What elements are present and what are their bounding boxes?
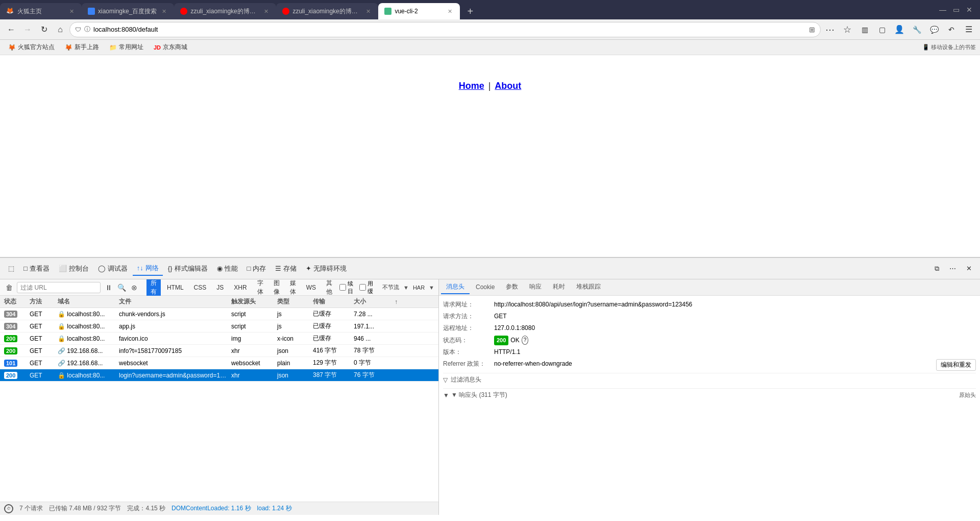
filter-xhr[interactable]: XHR (230, 283, 251, 292)
persist-log-input[interactable] (339, 284, 346, 291)
bookmark-button[interactable]: ☆ (840, 22, 854, 37)
mobile-bookmarks[interactable]: 📱 移动设备上的书签 (922, 43, 976, 51)
row3-type: x-icon (275, 335, 311, 342)
tab-firefox-home[interactable]: 🦊 火狐主页 ✕ (0, 3, 82, 19)
address-input[interactable] (93, 26, 806, 33)
bookmark-common-sites[interactable]: 📁 常用网址 (105, 42, 148, 53)
tab-blog-1[interactable]: zzuli_xiaomingke的博客_CS ✕ (174, 3, 276, 19)
reload-button[interactable]: ↻ (37, 22, 51, 37)
filter-media[interactable]: 媒体 (286, 279, 300, 297)
row1-status: 304 (2, 311, 28, 318)
devtools-debugger-tool[interactable]: ◯ 调试器 (94, 262, 132, 275)
network-row-3[interactable]: 200 GET 🔒 localhost:80... favicon.ico im… (0, 333, 438, 345)
tab-timing[interactable]: 耗时 (548, 280, 570, 294)
status-help-icon[interactable]: ? (522, 336, 529, 345)
pause-button[interactable]: ⏸ (104, 281, 113, 294)
filter-ws[interactable]: WS (302, 283, 320, 292)
status-badge-200-1: 200 (4, 335, 17, 342)
tab-response[interactable]: 响应 (524, 280, 547, 294)
network-row-4[interactable]: 200 GET 🔗 192.168.68... info?t=158177009… (0, 345, 438, 357)
network-row-6[interactable]: 200 GET 🔒 localhost:80... login?username… (0, 369, 438, 382)
close-window-button[interactable]: ✕ (965, 5, 974, 14)
search-button[interactable]: 🔍 (116, 281, 126, 294)
filter-html[interactable]: HTML (163, 283, 188, 292)
network-row-1[interactable]: 304 GET 🔒 localhost:80... chunk-vendors.… (0, 308, 438, 320)
throttle-separator: ▼ (403, 285, 409, 291)
devtools-dock-button[interactable]: ⧉ (930, 263, 943, 275)
filter-js[interactable]: JS (212, 283, 228, 292)
devtools-storage-tool[interactable]: ☰ 存储 (271, 262, 301, 275)
edit-resend-button[interactable]: 编辑和重发 (936, 359, 976, 371)
raw-header-label[interactable]: 原始头 (959, 391, 976, 399)
filter-css[interactable]: CSS (190, 283, 211, 292)
no-throttle-icon[interactable]: ⊗ (130, 281, 139, 294)
row6-type: json (275, 372, 311, 379)
disable-cache-input[interactable] (359, 284, 366, 291)
tab-vue-cli[interactable]: vue-cli-2 ✕ (378, 3, 460, 19)
row4-status: 200 (2, 347, 28, 354)
status-badge-200-selected: 200 (4, 372, 17, 379)
row1-domain: 🔒 localhost:80... (56, 311, 117, 318)
new-tab-button[interactable]: + (462, 3, 478, 19)
chat-icon[interactable]: 💬 (927, 22, 941, 37)
minimize-button[interactable]: — (938, 5, 947, 14)
tab-panel-icon[interactable]: ▢ (875, 22, 889, 37)
tab-cookies[interactable]: Cookie (471, 281, 500, 294)
tab-stack-trace[interactable]: 堆栈跟踪 (571, 280, 606, 294)
clear-requests-button[interactable]: 🗑 (4, 281, 14, 294)
library-icon[interactable]: ▥ (857, 22, 872, 37)
tab-close-vue[interactable]: ✕ (446, 7, 454, 15)
bookmark-firefox-site[interactable]: 🦊 火狐官方站点 (4, 42, 59, 53)
har-export[interactable]: HAR (410, 283, 428, 292)
row3-file: favicon.ico (117, 335, 229, 342)
status-code-row: 状态码： 200 OK ? (443, 336, 976, 346)
filter-all[interactable]: 所有 (146, 279, 161, 297)
row4-transfer: 416 字节 (311, 346, 352, 355)
extensions-icon[interactable]: 🔧 (910, 22, 924, 37)
tab-headers[interactable]: 消息头 (441, 280, 470, 294)
hamburger-menu[interactable]: ☰ (962, 22, 976, 37)
back-button[interactable]: ← (4, 22, 18, 37)
devtools-memory-tool[interactable]: □ 内存 (243, 262, 271, 275)
throttle-dropdown[interactable]: 不节流 (379, 282, 402, 292)
devtools-more-button[interactable]: ⋯ (945, 263, 960, 274)
devtools-console-tool[interactable]: ⬜ 控制台 (55, 262, 93, 275)
devtools-close-button[interactable]: ✕ (962, 263, 976, 274)
home-link[interactable]: Home (459, 81, 484, 91)
tab-blog-2[interactable]: zzuli_xiaomingke的博客_CS ✕ (276, 3, 378, 19)
filter-messages-label[interactable]: 过滤消息头 (451, 375, 481, 384)
devtools-network-tool[interactable]: ↑↓ 网络 (133, 262, 163, 276)
menu-button[interactable]: ⋯ (823, 22, 837, 37)
filter-image[interactable]: 图像 (270, 279, 284, 297)
address-bar-container: 🛡 ⓘ ⊞ (69, 22, 821, 37)
tab-params[interactable]: 参数 (501, 280, 523, 294)
filter-other[interactable]: 其他 (322, 279, 336, 297)
url-filter-input[interactable] (17, 282, 101, 293)
tab-close-baidu[interactable]: ✕ (160, 7, 168, 15)
network-row-5[interactable]: 101 GET 🔗 192.168.68... websocket websoc… (0, 357, 438, 369)
row4-file: info?t=1581770097185 (117, 347, 229, 354)
tab-close-firefox[interactable]: ✕ (67, 7, 76, 15)
tab-close-blog2[interactable]: ✕ (364, 7, 372, 15)
account-icon[interactable]: 👤 (892, 22, 906, 37)
maximize-button[interactable]: ▭ (951, 5, 961, 14)
undo-icon[interactable]: ↶ (944, 22, 959, 37)
bookmark-new-user[interactable]: 🦊 新手上路 (61, 42, 103, 53)
col-header-domain: 域名 (56, 297, 117, 306)
devtools-accessibility-tool[interactable]: ✦ 无障碍环境 (302, 262, 351, 275)
network-row-2[interactable]: 304 GET 🔒 localhost:80... app.js script … (0, 320, 438, 333)
forward-button[interactable]: → (20, 22, 35, 37)
response-headers-title[interactable]: ▼ ▼ 响应头 (311 字节) 原始头 (443, 391, 976, 399)
about-link[interactable]: About (495, 81, 521, 91)
col-header-method: 方法 (28, 297, 56, 306)
devtools-inspector-tool[interactable]: □ 查看器 (19, 262, 54, 275)
bookmark-jd[interactable]: JD 京东商城 (150, 42, 191, 53)
filter-font[interactable]: 字体 (253, 279, 267, 297)
devtools-style-editor-tool[interactable]: {} 样式编辑器 (164, 262, 212, 275)
tab-close-blog1[interactable]: ✕ (262, 7, 270, 15)
devtools-performance-tool[interactable]: ◉ 性能 (213, 262, 242, 275)
home-button[interactable]: ⌂ (53, 22, 67, 37)
status-ok-text: OK (510, 336, 519, 345)
devtools-picker-tool[interactable]: ⬚ (4, 263, 18, 274)
tab-baidu-search[interactable]: xiaomingke_百度搜索 ✕ (82, 3, 174, 19)
